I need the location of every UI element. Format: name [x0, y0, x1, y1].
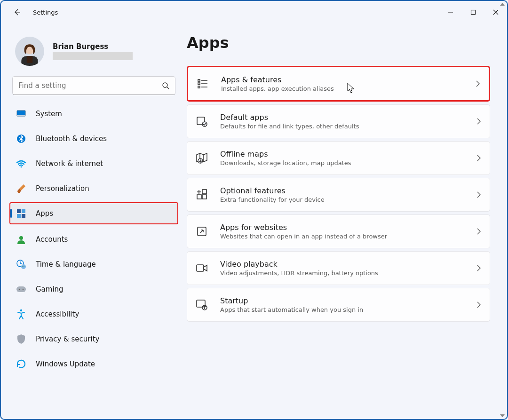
svg-rect-36: [202, 195, 206, 199]
update-icon: [16, 359, 26, 369]
card-texts: Apps & features Installed apps, app exec…: [221, 75, 476, 92]
svg-rect-35: [197, 195, 201, 199]
sidebar-item-label: Accounts: [36, 235, 68, 244]
card-subtitle: Defaults for file and link types, other …: [220, 123, 476, 130]
startup-icon: [196, 299, 208, 311]
card-default-apps[interactable]: Default apps Defaults for file and link …: [187, 104, 490, 138]
map-icon: [196, 152, 208, 164]
chevron-right-icon: [476, 154, 481, 162]
card-title: Startup: [220, 296, 476, 305]
card-subtitle: Websites that can open in an app instead…: [220, 233, 476, 240]
card-apps-websites[interactable]: Apps for websites Websites that can open…: [187, 214, 490, 248]
sidebar: Brian Burgess System Bluetooth & devices: [1, 24, 182, 419]
chevron-right-icon: [476, 191, 481, 198]
card-apps-features[interactable]: Apps & features Installed apps, app exec…: [188, 67, 489, 100]
sidebar-item-bluetooth[interactable]: Bluetooth & devices: [10, 128, 177, 149]
svg-rect-16: [22, 209, 25, 213]
apps-icon: [16, 208, 26, 219]
scroll-down-icon[interactable]: [500, 414, 505, 417]
card-texts: Video playback Video adjustments, HDR st…: [220, 260, 476, 277]
body: Brian Burgess System Bluetooth & devices: [1, 24, 507, 419]
sidebar-item-apps[interactable]: Apps: [10, 203, 177, 223]
profile-section[interactable]: Brian Burgess: [10, 32, 177, 74]
sidebar-item-network[interactable]: Network & internet: [10, 153, 177, 174]
search-input[interactable]: [18, 81, 162, 90]
optional-features-icon: [196, 189, 208, 201]
profile-texts: Brian Burgess: [53, 42, 133, 60]
settings-window: Settings Brian Burgess: [0, 0, 508, 420]
open-external-icon: [196, 225, 208, 238]
sidebar-item-personalization[interactable]: Personalization: [10, 178, 177, 198]
card-subtitle: Installed apps, app execution aliases: [221, 85, 476, 92]
svg-rect-39: [197, 265, 204, 271]
highlight-apps-nav: Apps: [9, 202, 178, 224]
card-startup[interactable]: Startup Apps that start automatically wh…: [187, 288, 490, 322]
minimize-button[interactable]: [439, 3, 462, 22]
avatar: [15, 37, 44, 66]
search-icon: [162, 82, 169, 89]
svg-point-25: [20, 309, 22, 311]
chevron-right-icon: [476, 118, 481, 125]
svg-rect-28: [198, 86, 200, 88]
svg-rect-2: [471, 10, 476, 15]
chevron-right-icon: [476, 301, 481, 309]
page-heading: Apps: [187, 34, 490, 52]
svg-rect-26: [198, 79, 200, 81]
apps-features-icon: [197, 78, 209, 90]
window-title: Settings: [33, 9, 58, 16]
sidebar-nav: System Bluetooth & devices Network & int…: [10, 103, 177, 379]
back-button[interactable]: [12, 8, 22, 17]
sidebar-item-label: Apps: [36, 209, 53, 218]
sidebar-item-update[interactable]: Windows Update: [10, 354, 177, 374]
sidebar-item-label: Bluetooth & devices: [36, 135, 107, 143]
card-subtitle: Downloads, storage location, map updates: [220, 159, 476, 166]
svg-point-14: [21, 166, 22, 167]
card-texts: Offline maps Downloads, storage location…: [220, 150, 476, 166]
svg-rect-15: [17, 209, 21, 213]
sidebar-item-system[interactable]: System: [10, 103, 177, 124]
accessibility-icon: [16, 309, 26, 319]
svg-point-23: [19, 288, 20, 290]
default-apps-icon: [196, 115, 208, 127]
gamepad-icon: [16, 284, 26, 294]
shield-icon: [16, 334, 26, 344]
wifi-icon: [16, 158, 26, 169]
maximize-button[interactable]: [462, 3, 484, 22]
chevron-right-icon: [476, 264, 481, 272]
person-icon: [16, 234, 26, 245]
svg-rect-12: [17, 115, 25, 116]
svg-rect-17: [17, 214, 21, 218]
svg-rect-37: [202, 190, 206, 194]
sidebar-item-time[interactable]: Time & language: [10, 254, 177, 274]
card-offline-maps[interactable]: Offline maps Downloads, storage location…: [187, 141, 490, 175]
svg-point-19: [19, 236, 23, 240]
sidebar-item-label: System: [36, 110, 62, 118]
profile-email-redacted: [53, 52, 133, 60]
svg-rect-7: [27, 56, 32, 63]
scrollbar[interactable]: [499, 24, 506, 419]
sidebar-item-label: Windows Update: [36, 360, 95, 368]
clock-globe-icon: [16, 259, 26, 269]
card-texts: Optional features Extra functionality fo…: [220, 186, 476, 203]
sidebar-item-label: Gaming: [36, 285, 64, 293]
card-title: Video playback: [220, 260, 476, 269]
sidebar-item-accessibility[interactable]: Accessibility: [10, 304, 177, 324]
main-content: Apps Apps & features Installed apps, app…: [182, 24, 507, 419]
sidebar-item-privacy[interactable]: Privacy & security: [10, 329, 177, 349]
search-box[interactable]: [12, 76, 175, 95]
paintbrush-icon: [16, 183, 26, 194]
card-texts: Default apps Defaults for file and link …: [220, 113, 476, 130]
video-icon: [196, 262, 208, 274]
card-video-playback[interactable]: Video playback Video adjustments, HDR st…: [187, 251, 490, 285]
card-list: Apps & features Installed apps, app exec…: [187, 66, 490, 322]
svg-rect-18: [22, 214, 25, 218]
sidebar-item-gaming[interactable]: Gaming: [10, 279, 177, 299]
svg-point-8: [163, 83, 167, 87]
card-texts: Startup Apps that start automatically wh…: [220, 296, 476, 313]
sidebar-item-label: Network & internet: [36, 159, 103, 168]
card-subtitle: Apps that start automatically when you s…: [220, 306, 476, 313]
highlight-apps-features: Apps & features Installed apps, app exec…: [187, 66, 490, 102]
card-optional-features[interactable]: Optional features Extra functionality fo…: [187, 178, 490, 212]
sidebar-item-accounts[interactable]: Accounts: [10, 229, 177, 249]
svg-rect-27: [198, 83, 200, 85]
